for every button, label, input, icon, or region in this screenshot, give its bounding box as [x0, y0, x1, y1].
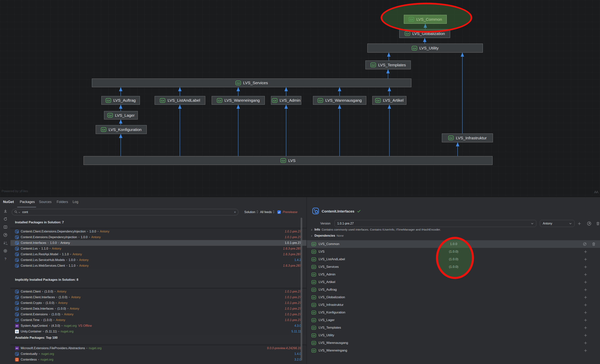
package-search-box[interactable]: × — [12, 209, 238, 215]
svg-text:C#: C# — [313, 312, 315, 314]
diagram-node-lvs-utility[interactable]: C#LVS_Utility — [367, 44, 483, 53]
package-row[interactable]: .NETMicrosoft.Extensions.FileProviders.A… — [10, 345, 307, 351]
dependency-project-row[interactable]: C#LVS_Infrastruktur — [307, 301, 600, 309]
package-row[interactable]: .NETSystem.AppContext•(4.3.0)•nuget.orgV… — [10, 323, 307, 329]
search-options-chevron-icon[interactable] — [19, 210, 20, 214]
diagram-node-lvs-konfiguration[interactable]: C#LVS_Konfiguration — [96, 125, 147, 134]
scope-selector[interactable]: Solution — [244, 209, 258, 215]
info-section-row[interactable]: ›InfoContains commonly used interfaces. … — [311, 227, 441, 232]
exclude-icon[interactable] — [583, 242, 587, 246]
add-to-project-plus-icon[interactable] — [584, 311, 587, 314]
diagram-node-lvs-listandlabel[interactable]: C#LVS_ListAndLabel — [155, 96, 205, 105]
add-to-project-plus-icon[interactable] — [584, 265, 587, 269]
tab-packages[interactable]: Packages — [20, 200, 35, 204]
dependency-project-row[interactable]: C#LVS_Auftrag — [307, 286, 600, 293]
dependency-project-row[interactable]: C#LVS_Warenausgang — [307, 339, 600, 347]
package-row[interactable]: Contenit.Extensions.DependencyInjection•… — [10, 234, 307, 240]
diagram-node-lvs[interactable]: C#LVS — [84, 156, 493, 165]
csharp-project-icon: C# — [412, 46, 417, 51]
add-to-project-plus-icon[interactable] — [584, 326, 587, 330]
tab-folders[interactable]: Folders — [57, 200, 68, 204]
package-row[interactable]: Contenit.Time•(1.0.0)•Antony1.0.1-pre.27 — [10, 317, 307, 323]
diagram-node-lvs-globalization[interactable]: C#LVS_Globalization — [399, 29, 450, 38]
package-row[interactable]: Contenit.Interfaces•1.0.0•Antony1.0.1-pr… — [10, 240, 307, 246]
dependency-project-row[interactable]: C#LVS_Wareneingang — [307, 347, 600, 354]
add-to-project-plus-icon[interactable] — [584, 333, 587, 337]
package-row[interactable]: ControlzEx•nuget.org7.0.0-alpha0106 — [10, 363, 307, 364]
package-row[interactable]: Contenit.Lvs•1.1.0•Antony1.6.3-pre.287 — [10, 246, 307, 252]
csharp-project-icon: C# — [375, 98, 381, 103]
package-row[interactable]: Contenit.Data.Interfaces•(1.0.0)•Antony1… — [10, 306, 307, 312]
package-version: (1.0.0) — [43, 318, 52, 322]
sort-alphabetical-icon[interactable]: az — [3, 241, 8, 245]
dependency-project-row[interactable]: C#LVS_Utility — [307, 332, 600, 339]
refresh-icon[interactable] — [3, 217, 8, 221]
package-row[interactable]: Contenit.Client•(1.0.0)•Antony1.0.1-pre.… — [10, 289, 307, 294]
diagram-node-lvs-infrastruktur[interactable]: C#LVS_Infrastruktur — [442, 133, 493, 142]
diagram-node-lvs-common[interactable]: C#LVS_Common — [404, 15, 447, 24]
package-row[interactable]: Contenit.Client.Interfaces•(1.0.0)•Anton… — [10, 294, 307, 300]
add-to-project-plus-icon[interactable] — [584, 349, 587, 352]
uninstall-trash-icon[interactable] — [595, 221, 600, 226]
version-combobox[interactable]: 1.0.1-pre.27 — [334, 220, 536, 227]
diagram-node-lvs-templates[interactable]: C#LVS_Templates — [366, 60, 411, 69]
settings-icon[interactable] — [3, 249, 8, 253]
remove-trash-icon[interactable] — [592, 242, 596, 246]
upgrade-all-icon[interactable] — [3, 233, 8, 237]
add-to-project-plus-icon[interactable] — [584, 295, 587, 299]
dependency-project-row[interactable]: C#LVS_Globalization — [307, 293, 600, 301]
dependency-arrow — [389, 105, 390, 156]
package-name: Contenit.Client.Interfaces — [21, 296, 55, 299]
diagram-node-lvs-services[interactable]: C#LVS_Services — [92, 78, 412, 87]
install-plus-icon[interactable] — [577, 221, 582, 226]
feed-combobox[interactable]: Antony — [540, 220, 574, 227]
package-name: Contentless — [21, 358, 37, 361]
package-row[interactable]: Contenit.Lvs.WebServices.Client•1.1.0•An… — [10, 263, 307, 269]
diagram-node-lvs-admin[interactable]: C#LVS_Admin — [271, 96, 301, 105]
add-to-project-plus-icon[interactable] — [584, 318, 587, 322]
add-to-project-plus-icon[interactable] — [584, 257, 587, 261]
prerelease-label[interactable]: Prerelease — [283, 209, 297, 215]
package-row[interactable]: Contentless•nuget.org3.2.0 — [10, 357, 307, 363]
prerelease-checkbox[interactable] — [277, 210, 281, 214]
dependency-project-row[interactable]: C#LVS_Services(1.0.0) — [307, 263, 600, 271]
package-row[interactable]: Contenit.Extensions•(1.0.0)•Antony1.0.1-… — [10, 312, 307, 317]
help-icon[interactable]: ? — [3, 257, 8, 261]
dependency-project-row[interactable]: C#LVS_Lager — [307, 316, 600, 324]
dependency-project-row[interactable]: C#LVS_Admin — [307, 271, 600, 278]
search-input[interactable] — [21, 210, 233, 214]
add-to-project-plus-icon[interactable] — [584, 303, 587, 307]
dependency-project-row[interactable]: C#LVS(1.0.0) — [307, 248, 600, 255]
diagram-node-lvs-wareneingang[interactable]: C#LVS_Wareneingang — [212, 96, 265, 105]
add-to-project-plus-icon[interactable] — [584, 341, 587, 345]
tab-log[interactable]: Log — [73, 200, 78, 204]
diagram-node-label: LVS_Wareneingang — [225, 98, 260, 103]
dependency-project-row[interactable]: C#LVS_Templates — [307, 324, 600, 332]
download-icon[interactable] — [3, 209, 8, 213]
diagram-node-lvs-warenausgang[interactable]: C#LVS_Warenausgang — [313, 96, 366, 105]
add-to-project-plus-icon[interactable] — [584, 288, 587, 292]
clear-search-icon[interactable]: × — [234, 210, 236, 214]
tab-sources[interactable]: Sources — [39, 200, 52, 204]
add-to-project-plus-icon[interactable] — [584, 272, 587, 276]
dependency-project-row[interactable]: C#LVS_Artikel — [307, 278, 600, 286]
package-row[interactable]: Contenit.Client.Extensions.DependencyInj… — [10, 229, 307, 234]
package-row[interactable]: Contenit.Lvs.ServiceHub.Models•1.0.0•Ant… — [10, 257, 307, 263]
dependency-project-row[interactable]: C#LVS_ListAndLabel(1.0.0) — [307, 255, 600, 263]
dependencies-section-row[interactable]: ›DependenciesNone — [311, 233, 344, 238]
package-row[interactable]: Contenit.Lvs.RestApi.Model•1.1.0•Antony1… — [10, 252, 307, 257]
diagram-node-lvs-auftrag[interactable]: C#LVS_Auftrag — [101, 96, 140, 105]
upgrade-icon[interactable] — [587, 221, 592, 226]
add-to-project-plus-icon[interactable] — [584, 250, 587, 253]
package-list-scrollbar[interactable] — [300, 218, 302, 361]
package-row[interactable]: Contenit.Crypto•(1.0.0)•Antony1.0.1-pre.… — [10, 300, 307, 306]
package-name: Contenit.Client — [21, 290, 41, 293]
split-view-icon[interactable] — [3, 225, 8, 229]
package-row[interactable]: Contextually•nuget.org1.4.0 — [10, 351, 307, 357]
feed-selector[interactable]: All feeds — [260, 209, 274, 215]
diagram-node-lvs-lager[interactable]: C#LVS_Lager — [104, 111, 138, 120]
dependency-project-row[interactable]: C#LVS_Common1.0.0 — [307, 240, 600, 248]
dependency-project-row[interactable]: C#LVS_Konfiguration — [307, 309, 600, 316]
add-to-project-plus-icon[interactable] — [584, 280, 587, 284]
diagram-node-lvs-artikel[interactable]: C#LVS_Artikel — [372, 96, 406, 105]
